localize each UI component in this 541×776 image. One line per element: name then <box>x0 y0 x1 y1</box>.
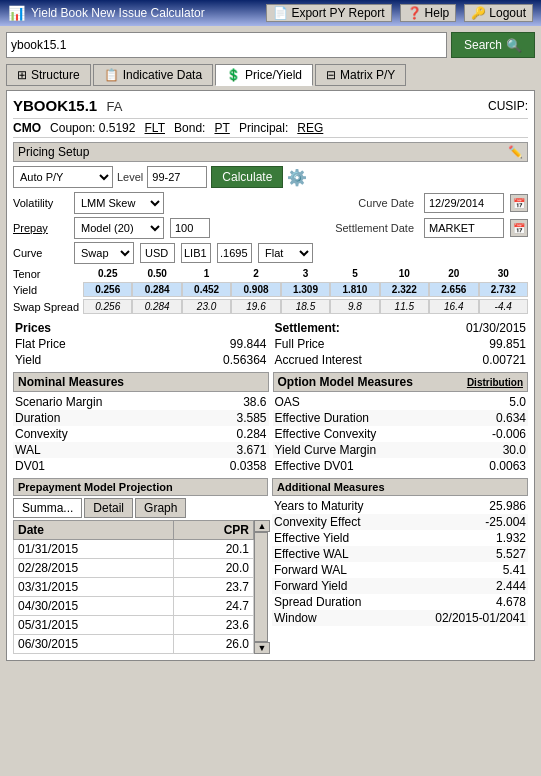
tab-indicative-data[interactable]: 📋 Indicative Data <box>93 64 213 86</box>
full-price-value: 99.851 <box>489 337 526 351</box>
prices-label: Prices <box>15 321 51 335</box>
table-scrollbar[interactable]: ▲ ▼ <box>254 520 268 654</box>
lib1-input[interactable] <box>181 243 211 263</box>
add-row-2: Effective Yield 1.932 <box>272 530 528 546</box>
swap-col-8: -4.4 <box>479 299 528 314</box>
pp-tab-detail[interactable]: Detail <box>84 498 133 518</box>
add-row-5: Forward Yield 2.444 <box>272 578 528 594</box>
calculate-button[interactable]: Calculate <box>211 166 283 188</box>
prepay-label: Prepay <box>13 222 68 234</box>
flat-select[interactable]: Flat <box>258 243 313 263</box>
flat-price-label: Flat Price <box>15 337 66 351</box>
gear-icon[interactable]: ⚙️ <box>287 168 307 187</box>
lib2-input[interactable] <box>217 243 252 263</box>
yield-row: Yield 0.256 0.284 0.452 0.908 1.309 1.81… <box>13 282 528 297</box>
volatility-select[interactable]: LMM Skew <box>74 192 164 214</box>
yield-label: Yield <box>13 284 83 296</box>
cusip-label: CUSIP: <box>488 99 528 113</box>
tab-price-yield[interactable]: 💲 Price/Yield <box>215 64 313 86</box>
settlement-label: Settlement: <box>275 321 340 335</box>
flat-price-value: 99.844 <box>230 337 267 351</box>
logout-button[interactable]: 🔑 Logout <box>464 4 533 22</box>
scroll-up-button[interactable]: ▲ <box>254 520 270 532</box>
yield-col-1: 0.284 <box>132 282 181 297</box>
scroll-down-button[interactable]: ▼ <box>254 642 270 654</box>
curve-date-calendar-icon[interactable]: 📅 <box>510 194 528 212</box>
pp-tabs: Summa... Detail Graph <box>13 498 268 518</box>
pricing-setup-header: Pricing Setup ✏️ <box>13 142 528 162</box>
settlement-date-input[interactable] <box>424 218 504 238</box>
volatility-row: Volatility LMM Skew Curve Date 📅 <box>13 192 528 214</box>
cmo-label: CMO <box>13 121 41 135</box>
table-row: 04/30/2015 24.7 <box>14 597 254 616</box>
distribution-label: Distribution <box>467 377 523 388</box>
yield-price-row: Yield 0.56364 <box>13 352 269 368</box>
structure-icon: ⊞ <box>17 68 27 82</box>
pp-col-date: Date <box>14 521 174 540</box>
accrued-interest-value: 0.00721 <box>483 353 526 367</box>
header-title-area: YBOOK15.1 FA <box>13 97 122 114</box>
price-yield-icon: 💲 <box>226 68 241 82</box>
option-model-header: Option Model Measures Distribution <box>273 372 529 392</box>
app-title: Yield Book New Issue Calculator <box>31 6 205 20</box>
logout-icon: 🔑 <box>471 6 486 20</box>
tab-matrix-py[interactable]: ⊟ Matrix P/Y <box>315 64 406 86</box>
nominal-row-2: Convexity 0.284 <box>13 426 269 442</box>
table-row: 06/30/2015 26.0 <box>14 635 254 654</box>
tenor-col-6: 10 <box>380 267 429 280</box>
add-row-6: Spread Duration 4.678 <box>272 594 528 610</box>
level-input[interactable] <box>147 166 207 188</box>
option-row-0: OAS 5.0 <box>273 394 529 410</box>
tenor-col-2: 1 <box>182 267 231 280</box>
app-icon: 📊 <box>8 5 25 21</box>
prepay-value-input[interactable] <box>170 218 210 238</box>
additional-measures-panel: Additional Measures Years to Maturity 25… <box>272 478 528 654</box>
content-panel: YBOOK15.1 FA CUSIP: CMO Coupon: 0.5192 F… <box>6 90 535 661</box>
curve-row: Curve Swap Flat <box>13 242 528 264</box>
table-row: 01/31/2015 20.1 <box>14 540 254 559</box>
pp-tab-graph[interactable]: Graph <box>135 498 186 518</box>
yield-col-0: 0.256 <box>83 282 132 297</box>
option-row-1: Effective Duration 0.634 <box>273 410 529 426</box>
tenor-col-1: 0.50 <box>132 267 181 280</box>
usd-input[interactable] <box>140 243 175 263</box>
nominal-measures-header: Nominal Measures <box>13 372 269 392</box>
curve-date-input[interactable] <box>424 193 504 213</box>
title-bar: 📊 Yield Book New Issue Calculator 📄 Expo… <box>0 0 541 26</box>
reg-label: REG <box>297 121 323 135</box>
add-row-0: Years to Maturity 25.986 <box>272 498 528 514</box>
controls-row: Auto P/Y Level Calculate ⚙️ <box>13 166 528 188</box>
pp-tab-summary[interactable]: Summa... <box>13 498 82 518</box>
settlement-header-row: Settlement: 01/30/2015 <box>273 320 529 336</box>
tab-structure[interactable]: ⊞ Structure <box>6 64 91 86</box>
search-input[interactable] <box>6 32 447 58</box>
swap-col-3: 19.6 <box>231 299 280 314</box>
settlement-value: 01/30/2015 <box>466 321 526 335</box>
nominal-row-1: Duration 3.585 <box>13 410 269 426</box>
yield-col-6: 2.322 <box>380 282 429 297</box>
settlement-date-label: Settlement Date <box>335 222 414 234</box>
prices-header-row: Prices <box>13 320 269 336</box>
edit-icon[interactable]: ✏️ <box>508 145 523 159</box>
table-row: 05/31/2015 23.6 <box>14 616 254 635</box>
prepay-select[interactable]: Model (20) <box>74 217 164 239</box>
option-row-2: Effective Convexity -0.006 <box>273 426 529 442</box>
curve-select[interactable]: Swap <box>74 242 134 264</box>
settlement-date-calendar-icon[interactable]: 📅 <box>510 219 528 237</box>
yield-col-7: 2.656 <box>429 282 478 297</box>
swap-col-7: 16.4 <box>429 299 478 314</box>
swap-spread-label: Swap Spread <box>13 301 83 313</box>
nominal-row-4: DV01 0.0358 <box>13 458 269 474</box>
prices-area: Prices Flat Price 99.844 Yield 0.56364 S… <box>13 320 528 368</box>
search-icon: 🔍 <box>506 38 522 53</box>
ybook-title: YBOOK15.1 <box>13 97 97 114</box>
tenor-col-5: 5 <box>330 267 379 280</box>
help-button[interactable]: ❓ Help <box>400 4 457 22</box>
volatility-label: Volatility <box>13 197 68 209</box>
auto-py-select[interactable]: Auto P/Y <box>13 166 113 188</box>
export-py-button[interactable]: 📄 Export PY Report <box>266 4 391 22</box>
pp-table: Date CPR 01/31/2015 20.1 02/28/2015 <box>13 520 254 654</box>
search-button[interactable]: Search 🔍 <box>451 32 535 58</box>
add-row-4: Forward WAL 5.41 <box>272 562 528 578</box>
add-row-7: Window 02/2015-01/2041 <box>272 610 528 626</box>
